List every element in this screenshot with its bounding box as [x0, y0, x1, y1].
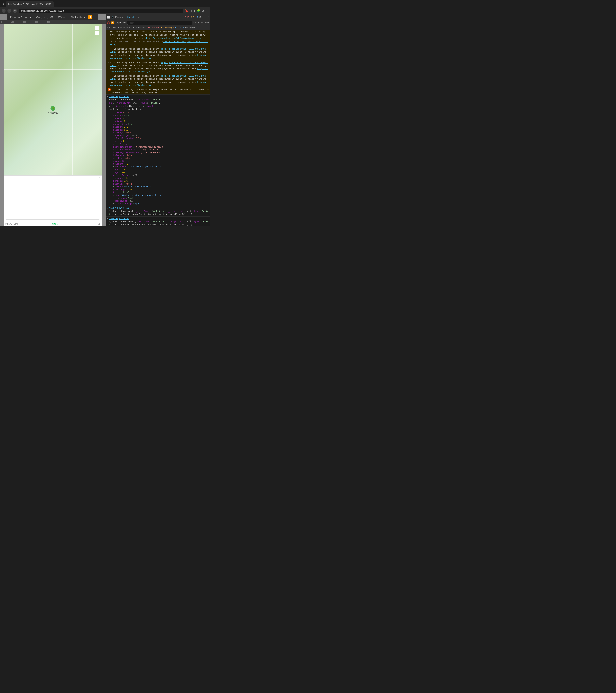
violation-3-link[interactable]: maps.js?ncpClientId=_CALLBACK_FUNCTION:7	[110, 75, 208, 80]
console-row-flag-warning[interactable]: ▶ Flag Warning: Relative route resolutio…	[106, 30, 210, 47]
prop-key-bubbles: bubbles:	[113, 114, 123, 117]
navermap-link-2[interactable]: NaverMap.tsx:51	[109, 206, 129, 209]
more-icon[interactable]: ⋮	[206, 9, 208, 13]
violation-2-text: ▸ [Violation] Added non-passive event ma…	[110, 61, 209, 74]
top-context-selector[interactable]: top ▾	[116, 21, 122, 24]
device-mode-icon[interactable]: 📱	[111, 16, 114, 19]
flag-warning-stack: Error Component Stack at BrowserRouter (…	[110, 40, 209, 46]
prop-eventPhase: eventPhase: 3	[110, 142, 208, 145]
violation-1-link[interactable]: maps.js?ncpClientId=_CALLBACK_FUNCTION:7	[110, 47, 208, 53]
settings-gear-icon[interactable]: ⚙	[199, 16, 201, 19]
prop-val-eventPhase: 3	[128, 143, 129, 145]
close-icon[interactable]: ✕	[207, 16, 209, 19]
zoom-out-button[interactable]: −	[95, 31, 99, 35]
console-row-violation-3[interactable]: ▶ ▸ [Violation] Added non-passive event …	[106, 74, 210, 87]
verbose-badge[interactable]: ▶ 8 verbose	[185, 26, 197, 29]
more-options-icon[interactable]: ⋮	[94, 16, 97, 19]
url-input[interactable]: http://localhost:5174/channel/123/guest/…	[19, 8, 183, 13]
zoom-select[interactable]: 96%	[57, 16, 65, 19]
info-count-badge: ℹ 5	[195, 16, 198, 18]
extensions-icon[interactable]: 🧩	[197, 9, 200, 13]
react-router-link[interactable]: react-router-dom.js?v=7fe4ac71:5228:5	[110, 40, 208, 46]
console-row-chrome-cookies[interactable]: 5 Chrome is moving towards a new experie…	[106, 87, 210, 95]
console-content[interactable]: ▶ Flag Warning: Relative route resolutio…	[106, 30, 210, 226]
expand-info-icon: ▶	[175, 26, 176, 29]
download-icon[interactable]: ⬇	[193, 9, 196, 13]
clear-console-icon[interactable]: 🚫	[107, 21, 110, 24]
prop-val-movementX: 0	[127, 160, 128, 162]
console-row-synth-2[interactable]: ▶ NaverMap.tsx:51 SyntheticBaseEvent {_r…	[106, 206, 210, 216]
prop-val-reactName: "onClick"	[128, 197, 140, 199]
prop-prototype[interactable]: ▶ [[Prototype]]: Object	[110, 202, 208, 205]
zoom-in-button[interactable]: +	[95, 26, 99, 30]
console-row-violation-2[interactable]: ▶ ▸ [Violation] Added non-passive event …	[106, 60, 210, 74]
tab-grid-icon[interactable]: ⊞	[190, 9, 192, 13]
violation-2-link2[interactable]: https://www.chromestatus.com/feature/57.…	[110, 67, 208, 73]
console-row-synth-3[interactable]: ▶ NaverMap.tsx:51 SyntheticBaseEvent {_r…	[106, 217, 210, 226]
console-row-violation-1[interactable]: ▶ ▸ [Violation] Added non-passive event …	[106, 47, 210, 60]
location-icon: 🌿	[50, 106, 55, 111]
default-levels-dropdown[interactable]: Default levels ▾	[193, 21, 209, 24]
expand-messages-icon: ▶	[118, 26, 119, 29]
errors-badge[interactable]: ▶ 10 errors	[148, 26, 159, 29]
navermap-link-1[interactable]: NaverMap.tsx:51	[109, 95, 129, 98]
prop-getModifierState: getModifierState: ƒ getModifierStateGet	[110, 145, 208, 148]
ruler-tick: 400	[47, 21, 50, 23]
console-filter-input[interactable]	[127, 21, 192, 25]
navermap-link-3[interactable]: NaverMap.tsx:51	[109, 217, 129, 220]
expand-arrow-v3: ▶	[108, 75, 109, 77]
info-badge[interactable]: ▶ 21 info	[175, 26, 184, 29]
forward-button[interactable]: ›	[7, 9, 12, 13]
reload-button[interactable]: ↻	[13, 9, 17, 13]
dimension-separator: ×	[43, 16, 45, 18]
bookmark-icon[interactable]: 🔖	[185, 9, 188, 13]
prop-shiftKey: shiftKey: false	[110, 182, 208, 185]
tab-elements[interactable]: Elements	[115, 16, 124, 19]
prop-reactName: _reactName: "onClick"	[110, 197, 208, 199]
prop-val-cancelable: true	[128, 123, 133, 125]
violation-2-link[interactable]: maps.js?ncpClientId=_CALLBACK_FUNCTION:7	[110, 61, 208, 67]
prop-val-altKey: false	[123, 112, 129, 114]
warning-icon: ⚠	[190, 16, 192, 18]
width-field[interactable]	[34, 16, 42, 19]
prop-val-screenY: 737	[124, 180, 128, 182]
wifi-icon[interactable]: 📶	[88, 15, 92, 19]
prop-target[interactable]: ▶ target: section.h-full.w-full	[110, 185, 208, 188]
violation-1-text: ▸ [Violation] Added non-passive event ma…	[110, 47, 209, 60]
prop-nativeEvent[interactable]: ▶ nativeEvent: MouseEvent {isTrusted: !	[110, 165, 208, 168]
tab-console[interactable]: Console	[127, 16, 135, 19]
prop-val-relatedTarget: null	[132, 174, 137, 176]
flag-warning-link[interactable]: https://reactrouter.com/v6/upgrading/fu.…	[145, 37, 201, 39]
prop-view[interactable]: ▶ view: Window {window: Window, self: W	[110, 194, 208, 197]
settings-icon[interactable]: ⚙	[201, 9, 204, 13]
messages-badge[interactable]: ▶ 48 messa...	[118, 26, 132, 29]
device-select[interactable]: iPhone 14 Pro Max	[9, 16, 32, 19]
prop-key-pageX: pageX:	[113, 168, 121, 171]
filter-icon[interactable]: 🔽	[111, 21, 114, 24]
eye-icon[interactable]: 👁	[123, 21, 126, 24]
map-area[interactable]: + − 🌿 그린팩토리	[4, 24, 101, 175]
error-icon: ⊗	[185, 16, 186, 18]
back-button[interactable]: ‹	[2, 9, 6, 13]
prop-key-movementY: movementY:	[113, 163, 126, 165]
map-info-box[interactable]	[6, 177, 100, 220]
more-tabs-icon[interactable]: »	[137, 16, 139, 18]
throttle-select[interactable]: No throttling	[70, 16, 86, 19]
browser-tab[interactable]: http://localhost:5174/channel/123/guest/…	[6, 1, 54, 7]
more-devtools-icon[interactable]: ⋮	[203, 16, 205, 19]
violation-1-link2[interactable]: https://www.chromestatus.com/feature/57.…	[110, 54, 208, 59]
users-badge[interactable]: ▶ 25 user m...	[133, 26, 147, 29]
prop-val-screenX: 409	[124, 177, 128, 179]
prop-clientY: clientY: 616	[110, 128, 208, 131]
console-filter-bar: 🚫 🔽 top ▾ 👁 Default levels ▾	[106, 20, 210, 25]
inspect-icon[interactable]: ⬜	[107, 16, 110, 19]
prop-val-detail: 1	[123, 140, 124, 142]
prop-val-view: Window {window: Window, self: W	[122, 194, 161, 196]
prop-val-button: 0	[123, 117, 124, 120]
console-row-synth-expanded[interactable]: ▶ NaverMap.tsx:51 SyntheticBaseEvent {_r…	[106, 95, 210, 206]
prop-relatedTarget: relatedTarget: null	[110, 174, 208, 177]
synth-header: NaverMap.tsx:51 SyntheticBaseEvent {_rea…	[109, 95, 209, 111]
height-field[interactable]	[47, 16, 55, 19]
warnings-badge[interactable]: ▶ 9 warnings	[160, 26, 174, 29]
violation-3-link2[interactable]: https://www.chromestatus.com/feature/57.…	[110, 81, 208, 86]
